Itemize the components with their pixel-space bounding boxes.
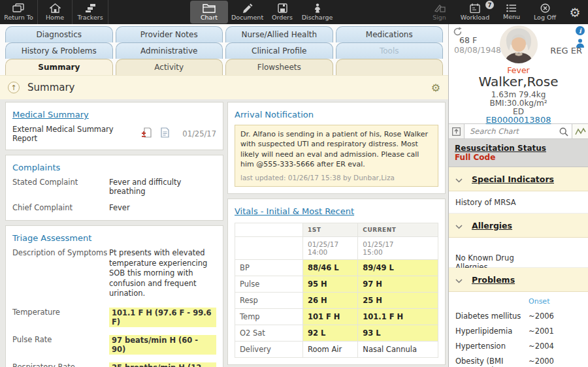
triage-title: Triage Assessment bbox=[12, 233, 91, 243]
problem-row: Hypertension ~2004 bbox=[455, 342, 581, 351]
medical-summary-panel: Medical Summary External Medical Summary… bbox=[5, 102, 223, 150]
trackers-icon bbox=[85, 3, 96, 13]
document-button[interactable]: Document bbox=[229, 0, 266, 24]
vitals-row-pulse: Pulse 95 H 97 H bbox=[235, 276, 438, 293]
section-gear-icon[interactable]: ⚙ bbox=[431, 82, 440, 94]
chart-button[interactable]: Chart bbox=[190, 1, 228, 24]
vital-row: Pulse Rate 97 beats/min H (60 - 90) bbox=[12, 335, 216, 355]
home-button[interactable]: Home bbox=[38, 0, 73, 24]
complaints-panel: Complaints Stated Complaint Fever and di… bbox=[5, 155, 223, 221]
tab-clinical-profile[interactable]: Clinical Profile bbox=[225, 42, 333, 59]
arrival-notification-panel: Arrival Notification Dr. Alfano is sendi… bbox=[227, 102, 446, 194]
chart-folder-icon bbox=[203, 3, 216, 13]
tab-row-2: History & Problems Administrative Clinic… bbox=[0, 42, 448, 59]
external-report-row: External Medical Summary Report 01/25/17 bbox=[12, 125, 216, 143]
collapse-panel-icon[interactable] bbox=[449, 124, 465, 138]
document-pencil-icon bbox=[242, 3, 253, 13]
vitals-row-delivery: Delivery Room Air Nasal Cannula bbox=[235, 342, 438, 358]
problems-header[interactable]: Problems bbox=[449, 268, 588, 292]
tab-flowsheets[interactable]: Flowsheets bbox=[225, 59, 333, 75]
patient-bmi: BMI:30.0kg/m² bbox=[449, 99, 588, 108]
tab-history-problems[interactable]: History & Problems bbox=[5, 42, 113, 59]
workload-button[interactable]: 7 Workload bbox=[455, 0, 495, 24]
vitals-table: 1ST CURRENT 01/25/17 14:00 01/25/17 15:0… bbox=[235, 223, 438, 358]
resuscitation-status-title: Resuscitation Status bbox=[455, 144, 582, 153]
search-chart-input[interactable] bbox=[465, 124, 572, 138]
triage-assessment-panel: Triage Assessment Description of Symptom… bbox=[5, 225, 223, 367]
tab-blank[interactable] bbox=[336, 59, 444, 75]
patient-height-weight: 1.63m 79.4kg bbox=[449, 90, 588, 99]
tab-row-1: Diagnostics Provider Notes Nurse/Allied … bbox=[0, 26, 448, 42]
arrival-title: Arrival Notification bbox=[235, 110, 314, 120]
col-first: 1ST bbox=[303, 223, 358, 237]
vitals-link[interactable]: Vitals - Initial & Most Recent bbox=[235, 206, 354, 216]
vitals-row-o2sat: O2 Sat 92 L 93 L bbox=[235, 325, 438, 342]
chart-tabs: Diagnostics Provider Notes Nurse/Allied … bbox=[0, 24, 448, 75]
vital-row: Temperature 101.1 F H (97.6 F - 99.6 F) bbox=[12, 308, 216, 327]
encounter-number-link[interactable]: EB0000013808 bbox=[486, 115, 551, 125]
collapse-section-icon[interactable]: ↑ bbox=[8, 82, 20, 93]
sign-button[interactable]: Sign bbox=[424, 0, 455, 24]
problem-row: Hyperlipidemia ~2001 bbox=[455, 327, 581, 336]
allergies-header[interactable]: Allergies bbox=[449, 214, 588, 238]
allergies-content: No Known Drug Allergies bbox=[449, 238, 588, 268]
vitals-row-resp: Resp 26 H 25 H bbox=[235, 293, 438, 309]
top-toolbar: Return To Home Trackers Chart Document O… bbox=[0, 0, 588, 24]
arrival-note: Dr. Alfano is sending in a patient of hi… bbox=[235, 125, 438, 187]
workload-badge: 7 bbox=[485, 1, 494, 9]
special-indicators-header[interactable]: Special Indicators bbox=[449, 167, 588, 191]
chart-search-bar bbox=[449, 123, 588, 139]
resuscitation-status-block: Resuscitation Status Full Code bbox=[449, 139, 588, 167]
menu-button[interactable]: Menu bbox=[495, 0, 528, 24]
chevron-down-icon bbox=[455, 274, 463, 286]
vitals-header-row: 1ST CURRENT bbox=[235, 223, 438, 237]
problem-row: Diabetes mellitus ~2006 bbox=[455, 311, 581, 321]
menu-list-icon bbox=[506, 4, 517, 12]
section-title: Summary bbox=[27, 82, 75, 93]
symptoms-row: Description of Symptoms Pt presents with… bbox=[12, 248, 216, 299]
search-icon[interactable] bbox=[559, 127, 568, 139]
abnormal-value: 97 beats/min H (60 - 90) bbox=[109, 335, 216, 355]
orders-button[interactable]: Orders bbox=[266, 0, 299, 24]
tab-tools[interactable]: Tools bbox=[336, 42, 444, 59]
col-current: CURRENT bbox=[358, 223, 438, 237]
summary-section-bar: ↑ Summary ⚙ bbox=[0, 75, 448, 99]
patient-sidebar: 68 F 08/08/1948 i REG ER Fever Walker,Ro… bbox=[448, 24, 588, 367]
report-date: 01/25/17 bbox=[182, 129, 216, 138]
complaints-title: Complaints bbox=[12, 163, 60, 172]
trends-chart-icon[interactable] bbox=[572, 124, 588, 138]
return-to-button[interactable]: Return To bbox=[0, 0, 38, 24]
patient-reg-status: REG ER bbox=[550, 46, 582, 56]
left-column: Medical Summary External Medical Summary… bbox=[5, 102, 223, 367]
vitals-row-temp: Temp 101 F H 101.1 F H bbox=[235, 309, 438, 325]
settings-gear-icon[interactable]: ⚙ bbox=[562, 0, 588, 24]
discharge-person-icon bbox=[312, 3, 323, 13]
symptoms-text: Pt presents with elevated temperature ex… bbox=[109, 248, 216, 299]
discharge-button[interactable]: Discharge bbox=[299, 0, 336, 24]
resuscitation-status-value: Full Code bbox=[455, 153, 582, 162]
tab-activity[interactable]: Activity bbox=[116, 59, 223, 75]
abnormal-value: 25 breaths/min H (12 - 24) bbox=[109, 362, 216, 367]
medical-summary-link[interactable]: Medical Summary bbox=[12, 110, 89, 120]
tab-administrative[interactable]: Administrative bbox=[116, 42, 223, 59]
tab-medications[interactable]: Medications bbox=[336, 26, 444, 42]
vitals-date-row: 01/25/17 14:00 01/25/17 15:00 bbox=[235, 237, 438, 260]
home-icon bbox=[50, 3, 61, 13]
tab-diagnostics[interactable]: Diagnostics bbox=[5, 26, 113, 42]
middle-column: Arrival Notification Dr. Alfano is sendi… bbox=[227, 102, 446, 367]
tab-nurse-allied-health[interactable]: Nurse/Allied Health bbox=[225, 26, 333, 42]
view-document-icon[interactable] bbox=[161, 127, 169, 140]
import-document-icon[interactable] bbox=[141, 127, 152, 140]
log-off-button[interactable]: Log Off bbox=[528, 0, 562, 24]
tab-provider-notes[interactable]: Provider Notes bbox=[116, 26, 223, 42]
patient-age-sex: 68 F bbox=[459, 35, 477, 45]
tab-summary[interactable]: Summary bbox=[5, 59, 113, 75]
trackers-button[interactable]: Trackers bbox=[73, 0, 108, 24]
info-icon[interactable]: i bbox=[576, 26, 585, 35]
arrival-note-updated: last updated: 01/26/17 15:38 by Dunbar,L… bbox=[240, 173, 433, 183]
problem-row: Obesity (BMI 30.0-34.9) ~2000 bbox=[455, 357, 581, 367]
complaint-row: Stated Complaint Fever and difficulty br… bbox=[12, 178, 216, 196]
arrival-note-text: Dr. Alfano is sending in a patient of hi… bbox=[240, 129, 433, 170]
log-off-icon bbox=[540, 3, 550, 13]
patient-photo[interactable] bbox=[500, 25, 538, 63]
